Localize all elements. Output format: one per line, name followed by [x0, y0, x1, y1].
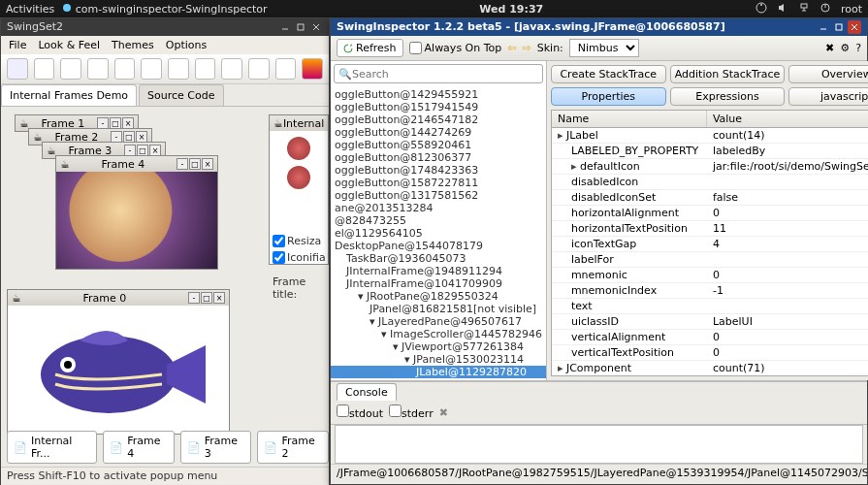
tree-node[interactable]: ane@2013513284	[331, 202, 546, 214]
network-icon[interactable]	[798, 2, 810, 16]
tree-node[interactable]: ▾ JLayeredPane@496507617	[331, 315, 546, 328]
if-close-icon[interactable]: ×	[202, 158, 213, 170]
volume-icon[interactable]	[777, 2, 788, 16]
tree-node[interactable]: oggleButton@1587227811	[331, 177, 546, 189]
toolbar-btn-1[interactable]	[7, 58, 28, 80]
toolbar-btn-10[interactable]	[248, 58, 270, 80]
toolbar-btn-12[interactable]	[302, 58, 323, 80]
tree-node[interactable]: oggleButton@2146547182	[331, 113, 546, 126]
property-row[interactable]: disabledIconSetfalse	[552, 190, 868, 206]
tool-close-icon[interactable]: ✖	[825, 42, 834, 54]
if-min-icon[interactable]: -	[177, 158, 188, 170]
property-row[interactable]: disabledIcon	[552, 175, 868, 190]
refresh-button[interactable]: Refresh	[337, 39, 403, 57]
property-row[interactable]: verticalAlignment0	[552, 330, 868, 345]
internal-frame-0[interactable]: ☕Frame 0-□×	[7, 289, 230, 435]
tree-node[interactable]: el@1129564105	[331, 227, 546, 240]
skin-select[interactable]: Nimbus	[569, 39, 639, 57]
internal-frame-4[interactable]: ☕Frame 4-□×	[55, 155, 218, 270]
menu-themes[interactable]: Themes	[108, 38, 158, 52]
property-row[interactable]: JComponentcount(71)	[552, 361, 868, 376]
component-tree[interactable]: oggleButton@1429455921oggleButton@151794…	[331, 86, 546, 380]
tree-node[interactable]: oggleButton@144274269	[331, 126, 546, 139]
clear-console-icon[interactable]: ✖	[439, 406, 448, 419]
close-button[interactable]	[309, 20, 323, 34]
property-row[interactable]: horizontalTextPosition11	[552, 221, 868, 237]
col-value[interactable]: Value	[707, 111, 868, 127]
tab-internal-frames-demo[interactable]: Internal Frames Demo	[1, 84, 137, 106]
close-button[interactable]	[848, 20, 861, 34]
taskbar-internal[interactable]: 📄Internal Fr...	[7, 431, 97, 464]
console-output[interactable]	[335, 425, 863, 464]
menu-file[interactable]: File	[5, 38, 30, 52]
nav-forward-button[interactable]: ⇨	[523, 42, 531, 54]
property-row[interactable]: verticalTextPosition0	[552, 345, 868, 361]
toolbar-btn-9[interactable]	[221, 58, 242, 80]
clock[interactable]: Wed 19:37	[268, 3, 755, 16]
toolbar-btn-3[interactable]	[60, 58, 81, 80]
property-row[interactable]: iconTextGap4	[552, 237, 868, 252]
menu-options[interactable]: Options	[162, 38, 210, 52]
tree-node[interactable]: JLabel@1129287820	[331, 366, 546, 378]
accessibility-icon[interactable]	[755, 2, 767, 16]
tree-node[interactable]: JInternalFrame@1948911294	[331, 265, 546, 277]
toolbar-btn-11[interactable]	[275, 58, 297, 80]
property-row[interactable]: text	[552, 299, 868, 314]
tree-node[interactable]: oggleButton@1429455921	[331, 88, 546, 101]
tree-node[interactable]: oggleButton@1317581562	[331, 189, 546, 202]
tab-source-code[interactable]: Source Code	[139, 84, 223, 106]
toolbar-btn-4[interactable]	[87, 58, 109, 80]
tree-node[interactable]: ▾ ImageScroller@1445782946	[331, 328, 546, 340]
tool-help-icon[interactable]: ?	[855, 42, 861, 54]
if-max-icon[interactable]: □	[201, 292, 212, 304]
tab-javascript[interactable]: javascript	[788, 87, 868, 106]
property-row[interactable]: mnemonicIndex-1	[552, 283, 868, 299]
tree-node[interactable]: oggleButton@812306377	[331, 151, 546, 164]
stdout-checkbox[interactable]: stdout	[337, 404, 383, 420]
nav-back-button[interactable]: ⇦	[507, 42, 516, 54]
col-name[interactable]: Name	[552, 111, 707, 127]
property-row[interactable]: uiclassIDLabelUI	[552, 314, 868, 330]
property-row[interactable]: LABELED_BY_PROPERTYlabeledBy	[552, 144, 868, 159]
stderr-checkbox[interactable]: stderr	[389, 404, 434, 420]
property-row[interactable]: JLabelcount(14)	[552, 128, 868, 144]
minimize-button[interactable]	[278, 20, 292, 34]
property-row[interactable]: defaultIconjar:file:/root/si/demo/SwingS…	[552, 159, 868, 175]
tree-node[interactable]: DesktopPane@1544078179	[331, 240, 546, 252]
property-row[interactable]: labelFor	[552, 252, 868, 268]
taskbar-frame3[interactable]: 📄Frame 3	[180, 431, 252, 464]
search-field[interactable]: 🔍	[334, 64, 543, 83]
properties-table[interactable]: Name Value JLabelcount(14)LABELED_BY_PRO…	[551, 110, 868, 376]
maximize-button[interactable]	[294, 20, 307, 34]
tree-node[interactable]: ▾ JViewport@577261384	[331, 340, 546, 353]
create-stacktrace-button[interactable]: Create StackTrace	[551, 65, 666, 83]
toolbar-btn-7[interactable]	[168, 58, 189, 80]
tree-node[interactable]: ▾ JRootPane@1829550324	[331, 290, 546, 303]
taskbar-frame2[interactable]: 📄Frame 2	[257, 431, 329, 464]
taskbar-frame4[interactable]: 📄Frame 4	[103, 431, 175, 464]
tab-properties[interactable]: Properties	[551, 87, 666, 106]
always-on-top-checkbox[interactable]: Always On Top	[409, 42, 502, 54]
console-tab[interactable]: Console	[337, 383, 397, 401]
window-titlebar[interactable]: SwingInspector 1.2.2 beta5 - [javax.swin…	[331, 18, 867, 36]
toolbar-btn-6[interactable]	[141, 58, 162, 80]
property-row[interactable]: mnemonic0	[552, 268, 868, 283]
tree-node[interactable]: JPanel@816821581[not visible]	[331, 303, 546, 315]
if-min-icon[interactable]: -	[188, 292, 200, 304]
maximize-button[interactable]	[832, 20, 846, 34]
user-label[interactable]: root	[841, 3, 862, 16]
iconifiable-checkbox[interactable]	[273, 251, 285, 264]
tree-node[interactable]: TaskBar@1936045073	[331, 252, 546, 265]
toolbar-btn-2[interactable]	[34, 58, 55, 80]
duke-icon[interactable]	[287, 166, 310, 189]
menu-look-feel[interactable]: Look & Feel	[34, 38, 104, 52]
window-titlebar[interactable]: SwingSet2	[1, 18, 329, 36]
resizable-checkbox[interactable]	[273, 235, 285, 247]
tree-node[interactable]: @828473255	[331, 214, 546, 227]
tree-node[interactable]: oggleButton@1748423363	[331, 164, 546, 177]
toolbar-btn-5[interactable]	[114, 58, 136, 80]
tree-node[interactable]: oggleButton@1517941549	[331, 101, 546, 113]
overview-button[interactable]: Overview	[788, 65, 868, 83]
toolbar-btn-8[interactable]	[195, 58, 216, 80]
app-indicator[interactable]: com-swinginspector-SwingInspector	[62, 3, 267, 16]
